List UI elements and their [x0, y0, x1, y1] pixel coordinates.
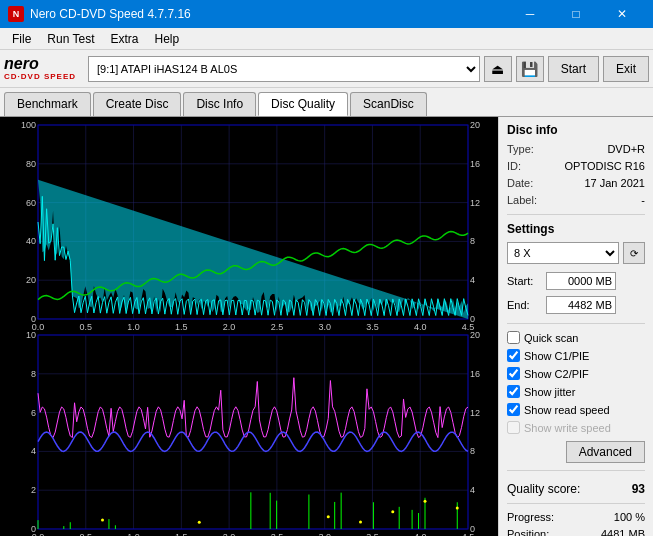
exit-button[interactable]: Exit — [603, 56, 649, 82]
tab-bar: Benchmark Create Disc Disc Info Disc Qua… — [0, 88, 653, 117]
end-mb-label: End: — [507, 299, 542, 311]
tab-disc-info[interactable]: Disc Info — [183, 92, 256, 116]
show-c1-pie-label: Show C1/PIE — [524, 350, 589, 362]
disc-label-row: Label: - — [507, 194, 645, 206]
maximize-button[interactable]: □ — [553, 0, 599, 28]
disc-date-label: Date: — [507, 177, 533, 189]
show-c1-pie-checkbox[interactable] — [507, 349, 520, 362]
position-value: 4481 MB — [601, 528, 645, 536]
disc-type-value: DVD+R — [607, 143, 645, 155]
disc-id-row: ID: OPTODISC R16 — [507, 160, 645, 172]
speed-selector[interactable]: 8 X — [507, 242, 619, 264]
show-c1-pie-row: Show C1/PIE — [507, 349, 645, 362]
disc-type-row: Type: DVD+R — [507, 143, 645, 155]
title-bar: N Nero CD-DVD Speed 4.7.7.16 ─ □ ✕ — [0, 0, 653, 28]
tab-create-disc[interactable]: Create Disc — [93, 92, 182, 116]
show-write-speed-row: Show write speed — [507, 421, 645, 434]
disc-id-label: ID: — [507, 160, 521, 172]
tab-benchmark[interactable]: Benchmark — [4, 92, 91, 116]
disc-date-row: Date: 17 Jan 2021 — [507, 177, 645, 189]
menu-extra[interactable]: Extra — [102, 30, 146, 48]
quick-scan-label: Quick scan — [524, 332, 578, 344]
menu-help[interactable]: Help — [147, 30, 188, 48]
eject-icon-button[interactable]: ⏏ — [484, 56, 512, 82]
progress-row: Progress: 100 % — [507, 511, 645, 523]
show-jitter-checkbox[interactable] — [507, 385, 520, 398]
end-mb-input[interactable] — [546, 296, 616, 314]
toolbar: nero CD·DVD SPEED [9:1] ATAPI iHAS124 B … — [0, 50, 653, 88]
advanced-button[interactable]: Advanced — [566, 441, 645, 463]
start-mb-input[interactable] — [546, 272, 616, 290]
app-title: Nero CD-DVD Speed 4.7.7.16 — [30, 7, 191, 21]
close-button[interactable]: ✕ — [599, 0, 645, 28]
quality-score-label: Quality score: — [507, 482, 580, 496]
quality-score-row: Quality score: 93 — [507, 482, 645, 496]
position-label: Position: — [507, 528, 549, 536]
drive-selector[interactable]: [9:1] ATAPI iHAS124 B AL0S — [88, 56, 480, 82]
show-read-speed-checkbox[interactable] — [507, 403, 520, 416]
menu-bar: File Run Test Extra Help — [0, 28, 653, 50]
progress-label: Progress: — [507, 511, 554, 523]
show-read-speed-label: Show read speed — [524, 404, 610, 416]
menu-run-test[interactable]: Run Test — [39, 30, 102, 48]
nero-logo: nero CD·DVD SPEED — [4, 56, 76, 81]
quality-score-value: 93 — [632, 482, 645, 496]
position-row: Position: 4481 MB — [507, 528, 645, 536]
main-content: Disc info Type: DVD+R ID: OPTODISC R16 D… — [0, 117, 653, 536]
quick-scan-row: Quick scan — [507, 331, 645, 344]
show-write-speed-label: Show write speed — [524, 422, 611, 434]
show-c2-pif-checkbox[interactable] — [507, 367, 520, 380]
start-mb-label: Start: — [507, 275, 542, 287]
quick-scan-checkbox[interactable] — [507, 331, 520, 344]
show-jitter-row: Show jitter — [507, 385, 645, 398]
menu-file[interactable]: File — [4, 30, 39, 48]
settings-title: Settings — [507, 222, 645, 236]
app-icon: N — [8, 6, 24, 22]
show-read-speed-row: Show read speed — [507, 403, 645, 416]
right-panel: Disc info Type: DVD+R ID: OPTODISC R16 D… — [498, 117, 653, 536]
speed-row: 8 X ⟳ — [507, 242, 645, 264]
start-button[interactable]: Start — [548, 56, 599, 82]
tab-scan-disc[interactable]: ScanDisc — [350, 92, 427, 116]
show-jitter-label: Show jitter — [524, 386, 575, 398]
window-controls: ─ □ ✕ — [507, 0, 645, 28]
save-icon-button[interactable]: 💾 — [516, 56, 544, 82]
start-mb-row: Start: — [507, 272, 645, 290]
disc-label-value: - — [641, 194, 645, 206]
disc-date-value: 17 Jan 2021 — [584, 177, 645, 189]
disc-info-title: Disc info — [507, 123, 645, 137]
speed-refresh-button[interactable]: ⟳ — [623, 242, 645, 264]
end-mb-row: End: — [507, 296, 645, 314]
minimize-button[interactable]: ─ — [507, 0, 553, 28]
disc-label-label: Label: — [507, 194, 537, 206]
show-c2-pif-label: Show C2/PIF — [524, 368, 589, 380]
progress-value: 100 % — [614, 511, 645, 523]
tab-disc-quality[interactable]: Disc Quality — [258, 92, 348, 116]
disc-id-value: OPTODISC R16 — [565, 160, 646, 172]
disc-type-label: Type: — [507, 143, 534, 155]
show-c2-pif-row: Show C2/PIF — [507, 367, 645, 380]
disc-quality-chart — [0, 117, 498, 536]
show-write-speed-checkbox[interactable] — [507, 421, 520, 434]
chart-area — [0, 117, 498, 536]
